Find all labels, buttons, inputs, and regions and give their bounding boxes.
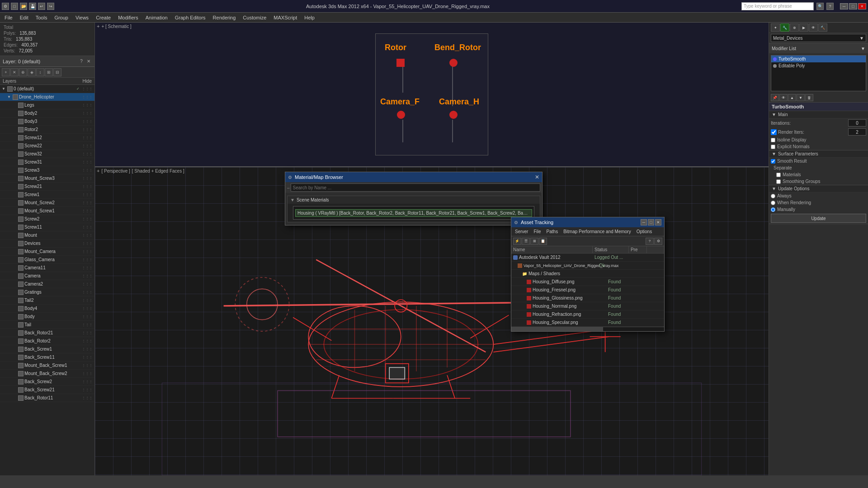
restore-btn[interactable]: □ [849, 3, 857, 9]
layer-item[interactable]: Screw21⋮⋮⋮ [0, 183, 94, 191]
at-menu-paths[interactable]: Paths [544, 229, 561, 235]
layer-expand-btn[interactable]: ⊞ [45, 68, 53, 76]
menu-graph-editors[interactable]: Graph Editors [171, 14, 209, 21]
at-row-normal[interactable]: Housing_Norrmal.png Found [511, 302, 664, 310]
layers-close-btn[interactable]: ✕ [85, 58, 92, 65]
rp-icon-hier[interactable]: ⊕ [790, 23, 799, 32]
top-viewport[interactable]: + + [ Schematic ] Rotor Bend_Rotor [95, 23, 769, 167]
render-iters-input[interactable] [848, 128, 866, 136]
menu-file[interactable]: File [1, 14, 16, 21]
layer-item[interactable]: Screw31⋮⋮⋮ [0, 158, 94, 166]
layer-item[interactable]: Screw11⋮⋮⋮ [0, 223, 94, 231]
at-menu-options[interactable]: Options [634, 229, 655, 235]
at-scrollbar[interactable] [511, 327, 664, 331]
layer-item[interactable]: Gratings⋮⋮⋮ [0, 288, 94, 296]
layer-collapse-btn[interactable]: ⊟ [53, 68, 61, 76]
minimize-btn[interactable]: ─ [840, 3, 848, 9]
at-minimize-btn[interactable]: ─ [641, 219, 647, 225]
at-menu-file[interactable]: File [531, 229, 543, 235]
at-restore-btn[interactable]: □ [648, 219, 654, 225]
render-iters-check[interactable] [771, 129, 777, 135]
layers-help-btn[interactable]: ? [78, 58, 85, 65]
always-radio-input[interactable] [771, 194, 775, 198]
at-row-glossiness[interactable]: Housing_Glossiness.png Found [511, 294, 664, 302]
isoline-checkbox[interactable] [771, 138, 775, 142]
menu-animation[interactable]: Animation [142, 14, 171, 21]
update-collapse[interactable]: ▼ Update Options [769, 185, 868, 192]
at-menu-server[interactable]: Server [512, 229, 531, 235]
menu-tools[interactable]: Tools [32, 14, 51, 21]
layer-item[interactable]: ▼0 (default)✓⋮⋮⋮ [0, 85, 94, 93]
layer-item[interactable]: Screw1⋮⋮⋮ [0, 191, 94, 199]
layer-item[interactable]: Body3⋮⋮⋮ [0, 117, 94, 126]
menu-modifiers[interactable]: Modifiers [114, 14, 142, 21]
modifier-edpoly[interactable]: Editable Poly [771, 62, 866, 69]
rp-icon-create[interactable]: ✦ [771, 23, 780, 32]
update-btn[interactable]: Update [771, 214, 866, 223]
help-icon[interactable]: ? [826, 3, 834, 10]
at-row-specular[interactable]: Housing_Specular.png Found [511, 319, 664, 327]
redo-btn[interactable]: ↪ [47, 3, 54, 10]
mat-browser-close-btn[interactable]: ✕ [535, 174, 539, 180]
mod-show-btn[interactable]: 👁 [779, 94, 788, 101]
materials-checkbox[interactable] [776, 173, 781, 177]
layer-item[interactable]: Camera⋮⋮⋮ [0, 272, 94, 280]
layer-item[interactable]: Screw2⋮⋮⋮ [0, 215, 94, 223]
rp-icon-motion[interactable]: ▶ [799, 23, 808, 32]
layer-item[interactable]: Back_Rotor2⋮⋮⋮ [0, 337, 94, 345]
layer-item[interactable]: Screw22⋮⋮⋮ [0, 142, 94, 150]
layer-item[interactable]: Body2⋮⋮⋮ [0, 109, 94, 117]
new-btn[interactable]: □ [11, 3, 18, 10]
layer-item[interactable]: Mount_Screw3⋮⋮⋮ [0, 174, 94, 183]
menu-maxscript[interactable]: MAXScript [270, 14, 301, 21]
when-render-radio-input[interactable] [771, 201, 775, 205]
layers-list[interactable]: ▼0 (default)✓⋮⋮⋮▼Drone_Helicopter⋮⋮⋮Legs… [0, 85, 94, 475]
layer-item[interactable]: Glass_Camera⋮⋮⋮ [0, 256, 94, 264]
layer-add-sel-btn[interactable]: ⊕ [19, 68, 27, 76]
menu-views[interactable]: Views [72, 14, 92, 21]
at-row-fresnel[interactable]: Housing_Fresnel.png Found [511, 286, 664, 294]
layer-item[interactable]: Screw12⋮⋮⋮ [0, 134, 94, 142]
undo-btn[interactable]: ↩ [38, 3, 45, 10]
layer-item[interactable]: Mount_Screw2⋮⋮⋮ [0, 199, 94, 207]
rp-icon-utilities[interactable]: 🔨 [818, 23, 827, 32]
at-row-diffuse[interactable]: Housing_Diffuse.png Found [511, 278, 664, 286]
layer-item[interactable]: Rotor2⋮⋮⋮ [0, 126, 94, 134]
mat-browser-search[interactable] [291, 183, 540, 192]
smoothing-checkbox[interactable] [776, 179, 781, 184]
main-collapse[interactable]: ▼ Main [769, 111, 868, 118]
search-box[interactable]: Type keyword or phrase [741, 2, 814, 10]
layer-item[interactable]: Tail⋮⋮⋮ [0, 321, 94, 329]
layer-item[interactable]: Camera2⋮⋮⋮ [0, 280, 94, 288]
layer-move-btn[interactable]: ↕ [36, 68, 44, 76]
mod-move-up-btn[interactable]: ▲ [788, 94, 796, 101]
layer-item[interactable]: ▼Drone_Helicopter⋮⋮⋮ [0, 93, 94, 101]
at-tool-4[interactable]: 📋 [539, 238, 547, 245]
surface-collapse[interactable]: ▼ Surface Parameters [769, 150, 868, 158]
mod-move-down-btn[interactable]: ▼ [797, 94, 805, 101]
layer-item[interactable]: Body⋮⋮⋮ [0, 313, 94, 321]
menu-rendering[interactable]: Rendering [209, 14, 240, 21]
layer-item[interactable]: Mount_Back_Screw2⋮⋮⋮ [0, 370, 94, 378]
explicit-checkbox[interactable] [771, 145, 775, 149]
layer-item[interactable]: Mount_Back_Screw1⋮⋮⋮ [0, 361, 94, 370]
save-btn[interactable]: 💾 [29, 3, 36, 10]
layer-item[interactable]: Devices⋮⋮⋮ [0, 239, 94, 248]
close-btn[interactable]: ✕ [858, 3, 866, 9]
at-tool-3[interactable]: ⊞ [530, 238, 538, 245]
at-row-maps-folder[interactable]: 📁 Maps / Shaders [511, 270, 664, 278]
layer-item[interactable]: Back_Rotor11⋮⋮⋮ [0, 394, 94, 402]
at-close-btn[interactable]: ✕ [655, 219, 661, 225]
menu-customize[interactable]: Customize [239, 14, 270, 21]
manually-radio-input[interactable] [771, 207, 775, 212]
menu-group[interactable]: Group [51, 14, 72, 21]
layer-item[interactable]: Back_Rotor21⋮⋮⋮ [0, 329, 94, 337]
mod-delete-btn[interactable]: 🗑 [805, 94, 813, 101]
object-name-dropdown[interactable]: Metal_Devices ▼ [771, 34, 866, 42]
layer-item[interactable]: Back_Screw11⋮⋮⋮ [0, 353, 94, 361]
layer-item[interactable]: Mount_Camera⋮⋮⋮ [0, 248, 94, 256]
layer-item[interactable]: Screw32⋮⋮⋮ [0, 150, 94, 158]
open-btn[interactable]: 📂 [20, 3, 27, 10]
layer-item[interactable]: Camera11⋮⋮⋮ [0, 264, 94, 272]
layer-item[interactable]: Back_Screw1⋮⋮⋮ [0, 345, 94, 353]
